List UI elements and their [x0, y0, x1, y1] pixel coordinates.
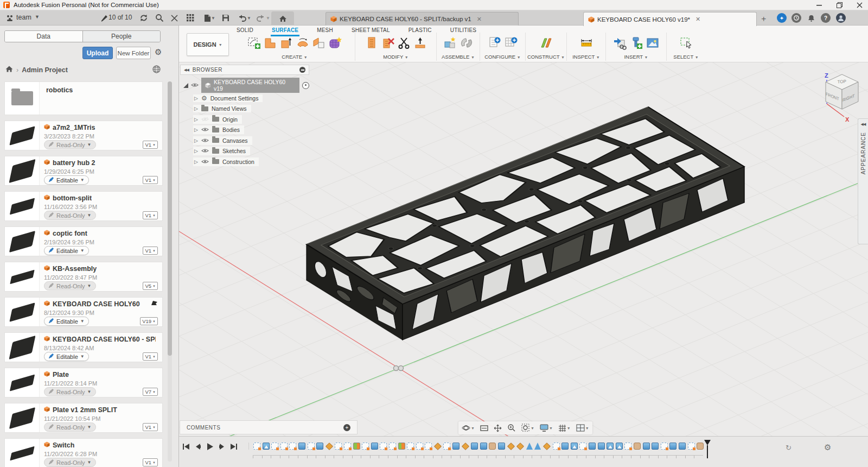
minimize-button[interactable]	[816, 2, 822, 8]
expand-caret-icon[interactable]: ▷	[194, 148, 198, 154]
extend-icon[interactable]	[413, 36, 427, 50]
list-item[interactable]: coptic font 2/19/2024 9:26 PM Editable▼ …	[4, 226, 163, 256]
list-item[interactable]: Switch 11/20/2022 6:28 PM Read-Only▼ V1▼	[4, 438, 163, 467]
timeline-feature-sketch-icon[interactable]	[579, 443, 586, 450]
timeline-settings-gear-icon[interactable]: ⚙	[824, 443, 831, 452]
timeline-feature-form-icon[interactable]	[543, 442, 551, 450]
data-panel-scrollbar-thumb[interactable]	[168, 81, 172, 356]
document-tab-active[interactable]: KEYBOARD CASE HOLY60 v19* ✕	[583, 12, 757, 26]
grid-settings-icon[interactable]: ▼	[558, 424, 571, 432]
list-item-folder[interactable]: robotics	[4, 81, 163, 115]
select-icon[interactable]	[679, 36, 693, 50]
file-grid-icon[interactable]	[185, 12, 196, 23]
timeline-feature-sketch-icon[interactable]	[253, 443, 260, 450]
play-icon[interactable]	[206, 443, 214, 451]
main-viewport[interactable]: ◀◀ BROWSER KEYBOARD CASE HOLY60 v19 ▷⚙Do…	[179, 62, 868, 436]
timeline-feature-sketch-icon[interactable]	[407, 443, 414, 450]
item-status-dropdown[interactable]: Editable▼	[44, 352, 89, 361]
timeline-feature-body-icon[interactable]	[316, 443, 323, 450]
viewcube[interactable]: Z X TOP FRONT RIGHT	[819, 70, 865, 127]
eye-icon[interactable]	[201, 137, 209, 144]
item-name[interactable]: Plate	[53, 371, 69, 378]
display-settings-icon[interactable]: ▼	[540, 424, 553, 432]
document-tab-inactive[interactable]: KEYBOARD CASE HOLY60 - SPLIT/backup v1 ✕	[326, 12, 519, 26]
add-comment-icon[interactable]: +	[343, 424, 350, 431]
item-status-dropdown[interactable]: Editable▼	[44, 317, 89, 326]
undo-caret-icon[interactable]: ▼	[247, 16, 251, 21]
timeline-feature-sketch-icon[interactable]	[443, 443, 450, 450]
item-name[interactable]: Plate v1 2mm SPLIT	[53, 406, 117, 414]
browser-node[interactable]: ▷⚙Document Settings	[193, 93, 309, 104]
close-button[interactable]	[857, 2, 863, 8]
zoom-icon[interactable]	[507, 424, 516, 432]
trim-icon[interactable]	[397, 36, 411, 50]
timeline-feature-body-icon[interactable]	[498, 443, 505, 450]
list-item[interactable]: bottom-split 11/16/2022 3:56 PM Read-Onl…	[4, 191, 163, 221]
close-panel-icon[interactable]	[169, 12, 180, 23]
breadcrumb-project[interactable]: Admin Project	[22, 66, 68, 74]
item-version-dropdown[interactable]: V7▼	[143, 388, 158, 396]
tab-people[interactable]: People	[82, 31, 161, 42]
timeline-feature-sketch-icon[interactable]	[553, 443, 560, 450]
timeline-feature-image-icon[interactable]	[263, 443, 270, 450]
list-item[interactable]: KEYBOARD CASE HOLY60 - SPLIT/ba... 8/13/…	[4, 332, 163, 362]
go-to-end-icon[interactable]	[230, 443, 238, 450]
item-name[interactable]: coptic font	[53, 230, 87, 237]
list-item[interactable]: KEYBOARD CASE HOLY60 8/12/2024 9:30 PM E…	[4, 297, 163, 327]
timeline-feature-form-icon[interactable]	[507, 442, 515, 450]
fit-icon[interactable]: ▼	[521, 424, 534, 432]
browser-node[interactable]: ▷Named Views	[193, 104, 309, 115]
tab-close-icon[interactable]: ✕	[695, 16, 700, 23]
list-item[interactable]: Plate v1 2mm SPLIT 11/21/2022 10:54 PM R…	[4, 403, 163, 433]
browser-node[interactable]: ▷Construction	[193, 156, 309, 167]
expand-panel-icon[interactable]: ◀◀	[861, 122, 866, 127]
eye-icon[interactable]	[191, 81, 199, 89]
browser-header[interactable]: ◀◀ BROWSER	[180, 65, 309, 75]
timeline-feature-body-icon[interactable]	[589, 443, 596, 450]
step-back-icon[interactable]	[195, 443, 201, 450]
pan-icon[interactable]	[494, 424, 502, 432]
extrude-icon[interactable]	[263, 36, 277, 50]
timeline-feature-body-icon[interactable]	[598, 443, 605, 450]
timeline-feature-sketch-icon[interactable]	[289, 443, 296, 450]
press-pull-icon[interactable]	[365, 36, 379, 50]
step-forward-icon[interactable]	[219, 443, 225, 450]
browser-node[interactable]: ▷Origin	[193, 114, 309, 125]
timeline-feature-tri-icon[interactable]	[526, 443, 533, 450]
timeline-feature-body-icon[interactable]	[298, 443, 305, 450]
web-link-icon[interactable]	[152, 65, 161, 75]
item-version-dropdown[interactable]: V1▼	[143, 141, 158, 149]
workspace-selector[interactable]: DESIGN▼	[187, 33, 229, 56]
item-name[interactable]: KEYBOARD CASE HOLY60 - SPLIT/ba...	[53, 336, 156, 343]
item-status-dropdown[interactable]: Read-Only▼	[44, 458, 96, 467]
construct-plane-icon[interactable]	[539, 36, 553, 50]
browser-node[interactable]: ▷Canvases	[193, 135, 309, 146]
tab-close-icon[interactable]: ✕	[477, 16, 482, 23]
item-version-dropdown[interactable]: V1▼	[143, 458, 158, 466]
appearance-panel-tab[interactable]: ◀◀ APPEARANCE	[858, 118, 868, 244]
timeline-feature-sketch-icon[interactable]	[344, 443, 351, 450]
timeline-feature-sketch-icon[interactable]	[389, 443, 396, 450]
item-name[interactable]: KEYBOARD CASE HOLY60	[53, 300, 140, 308]
timeline-feature-form-icon[interactable]	[516, 442, 524, 450]
data-settings-gear-icon[interactable]: ⚙	[155, 47, 162, 57]
collapse-panel-icon[interactable]: ◀◀	[184, 68, 189, 72]
redo-caret-icon[interactable]: ▼	[266, 16, 270, 21]
insert-canvas-icon[interactable]	[646, 36, 660, 50]
configuration-table-icon[interactable]	[504, 36, 518, 50]
timeline-feature-sketch-icon[interactable]	[280, 443, 288, 450]
refresh-icon[interactable]	[138, 12, 149, 23]
timeline-feature-sketch-icon[interactable]	[335, 443, 342, 450]
timeline-feature-body-icon[interactable]	[371, 443, 378, 450]
timeline-feature-sketch-icon[interactable]	[416, 443, 423, 450]
orbit-icon[interactable]: ▼	[462, 424, 475, 432]
timeline-feature-body-icon[interactable]	[480, 443, 487, 450]
item-name[interactable]: a7m2_1MTris	[53, 124, 95, 131]
timeline-feature-sketch-icon[interactable]	[380, 443, 387, 450]
item-status-dropdown[interactable]: Read-Only▼	[44, 140, 96, 149]
list-item[interactable]: Plate 11/21/2022 8:14 PM Read-Only▼ V7▼	[4, 368, 163, 397]
item-version-dropdown[interactable]: V1▼	[143, 176, 158, 184]
item-version-dropdown[interactable]: V1▼	[143, 352, 158, 361]
user-avatar[interactable]	[836, 13, 846, 23]
timeline-feature-plane-icon[interactable]	[398, 443, 405, 450]
